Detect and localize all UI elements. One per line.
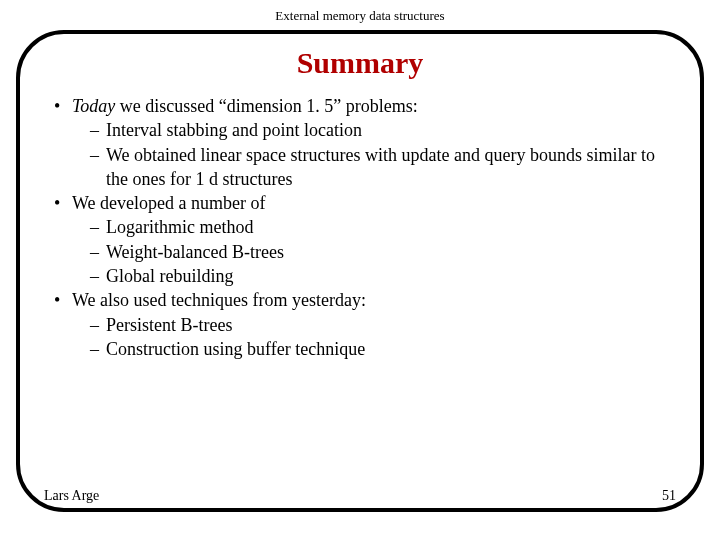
bullet-text: We developed a number of (72, 191, 670, 215)
sub-bullet-text: Construction using buffer technique (106, 337, 670, 361)
sub-bullet-dash: – (90, 143, 106, 192)
sub-bullet-text: We obtained linear space structures with… (106, 143, 670, 192)
bullet-dot: • (50, 191, 72, 215)
sub-bullet-dash: – (90, 118, 106, 142)
sub-bullet-item: – Logarithmic method (50, 215, 670, 239)
slide-content: • Today we discussed “dimension 1. 5” pr… (50, 94, 670, 361)
sub-bullet-text: Weight-balanced B-trees (106, 240, 670, 264)
sub-bullet-dash: – (90, 337, 106, 361)
course-header: External memory data structures (0, 8, 720, 24)
author-footer: Lars Arge (44, 488, 99, 504)
sub-bullet-text: Interval stabbing and point location (106, 118, 670, 142)
sub-bullet-text: Logarithmic method (106, 215, 670, 239)
slide-frame: Summary • Today we discussed “dimension … (16, 30, 704, 512)
bullet-text: We also used techniques from yesterday: (72, 288, 670, 312)
slide-title: Summary (50, 46, 670, 80)
sub-bullet-dash: – (90, 264, 106, 288)
bullet-item: • Today we discussed “dimension 1. 5” pr… (50, 94, 670, 118)
sub-bullet-item: – Interval stabbing and point location (50, 118, 670, 142)
bullet-item: • We also used techniques from yesterday… (50, 288, 670, 312)
sub-bullet-dash: – (90, 215, 106, 239)
bullet-text: Today we discussed “dimension 1. 5” prob… (72, 94, 670, 118)
bullet-emph: Today (72, 96, 115, 116)
sub-bullet-item: – Global rebuilding (50, 264, 670, 288)
sub-bullet-item: – Construction using buffer technique (50, 337, 670, 361)
sub-bullet-item: – Weight-balanced B-trees (50, 240, 670, 264)
sub-bullet-text: Global rebuilding (106, 264, 670, 288)
page-number: 51 (662, 488, 676, 504)
sub-bullet-item: – We obtained linear space structures wi… (50, 143, 670, 192)
sub-bullet-item: – Persistent B-trees (50, 313, 670, 337)
sub-bullet-dash: – (90, 313, 106, 337)
bullet-dot: • (50, 94, 72, 118)
bullet-item: • We developed a number of (50, 191, 670, 215)
bullet-dot: • (50, 288, 72, 312)
sub-bullet-text: Persistent B-trees (106, 313, 670, 337)
sub-bullet-dash: – (90, 240, 106, 264)
